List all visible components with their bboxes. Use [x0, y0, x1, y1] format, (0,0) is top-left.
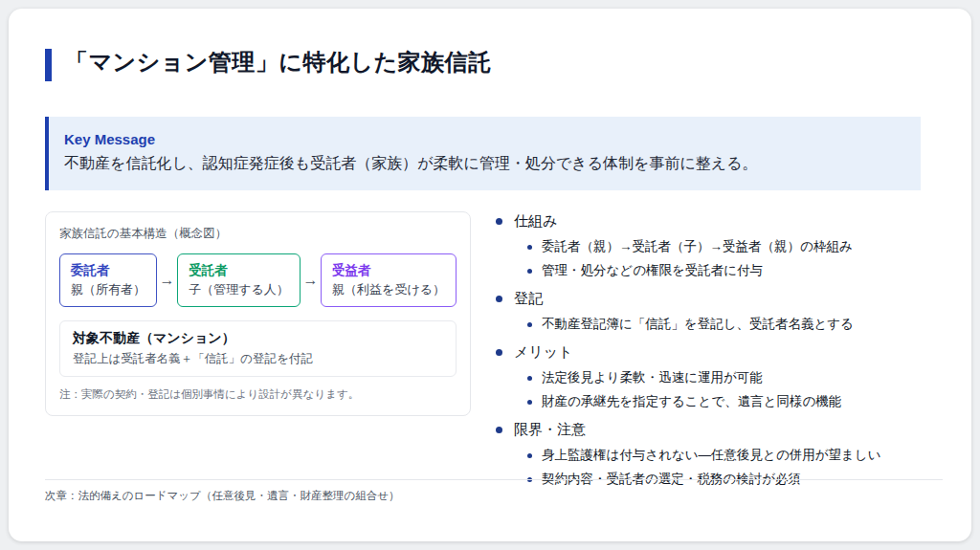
footer: 次章：法的備えのロードマップ（任意後見・遺言・財産整理の組合せ）	[45, 479, 943, 503]
bullet-icon	[527, 245, 532, 250]
key-message-body: 不動産を信託化し、認知症発症後も受託者（家族）が柔軟に管理・処分できる体制を事前…	[64, 154, 903, 174]
bullet-icon	[496, 349, 502, 356]
header: 「マンション管理」に特化した家族信託	[45, 47, 935, 81]
arrow-right-icon: →	[301, 272, 321, 289]
diagram-node-settlor: 委託者 親（所有者）	[59, 253, 157, 307]
node-title: 委託者	[71, 262, 145, 279]
footer-divider	[45, 479, 943, 480]
bullet-icon	[527, 453, 532, 458]
diagram-note: 注：実際の契約・登記は個別事情により設計が異なります。	[59, 387, 457, 402]
outline-subitem: 財産の承継先を指定することで、遺言と同様の機能	[527, 393, 935, 410]
bullet-icon	[527, 376, 532, 381]
outline-subitem: 委託者（親）→受託者（子）→受益者（親）の枠組み	[527, 238, 935, 255]
node-subtitle: 親（利益を受ける）	[332, 281, 445, 298]
outline-label: メリット	[514, 343, 572, 362]
outline-item-mechanism: 仕組み 委託者（親）→受託者（子）→受益者（親）の枠組み 管理・処分などの権限を…	[492, 212, 935, 279]
outline-subitem-text: 管理・処分などの権限を受託者に付与	[542, 262, 763, 279]
outline-subitem: 身上監護権は付与されない―任意後見との併用が望ましい	[527, 447, 935, 464]
bullet-icon	[527, 400, 532, 405]
key-message-box: Key Message 不動産を信託化し、認知症発症後も受託者（家族）が柔軟に管…	[45, 117, 921, 190]
diagram-node-trustee: 受託者 子（管理する人）	[177, 253, 301, 307]
diagram-caption: 家族信託の基本構造（概念図）	[59, 226, 457, 242]
bullet-icon	[496, 296, 502, 302]
outline-subitem-text: 法定後見より柔軟・迅速に運用が可能	[542, 369, 763, 386]
outline-label: 仕組み	[514, 212, 557, 231]
diagram-nodes: 委託者 親（所有者） → 受託者 子（管理する人） → 受益者 親（利益を受ける…	[59, 253, 457, 307]
outline-label: 登記	[514, 290, 543, 308]
outline-list: 仕組み 委託者（親）→受託者（子）→受益者（親）の枠組み 管理・処分などの権限を…	[492, 211, 935, 498]
arrow-right-icon: →	[157, 272, 177, 289]
outline-item-registration: 登記 不動産登記簿に「信託」を登記し、受託者名義とする	[492, 290, 935, 333]
outline-subitem-text: 不動産登記簿に「信託」を登記し、受託者名義とする	[542, 316, 854, 333]
bullet-icon	[527, 269, 532, 274]
outline-subitem: 法定後見より柔軟・迅速に運用が可能	[527, 369, 935, 386]
footer-text: 次章：法的備えのロードマップ（任意後見・遺言・財産整理の組合せ）	[45, 489, 943, 503]
asset-box: 対象不動産（マンション） 登記上は受託者名義＋「信託」の登記を付記	[59, 320, 457, 377]
outline-subitem: 管理・処分などの権限を受託者に付与	[527, 262, 935, 279]
title-accent-bar	[45, 49, 52, 81]
outline-label: 限界・注意	[514, 421, 586, 439]
asset-title: 対象不動産（マンション）	[73, 330, 443, 347]
bullet-icon	[527, 322, 532, 327]
key-message-label: Key Message	[64, 131, 903, 147]
slide-card: 「マンション管理」に特化した家族信託 Key Message 不動産を信託化し、…	[9, 9, 971, 541]
outline-subitem: 不動産登記簿に「信託」を登記し、受託者名義とする	[527, 316, 935, 333]
outline-item-merits: メリット 法定後見より柔軟・迅速に運用が可能 財産の承継先を指定することで、遺言…	[492, 343, 935, 410]
content-row: 家族信託の基本構造（概念図） 委託者 親（所有者） → 受託者 子（管理する人）…	[45, 211, 935, 498]
diagram-panel: 家族信託の基本構造（概念図） 委託者 親（所有者） → 受託者 子（管理する人）…	[45, 211, 471, 416]
node-subtitle: 子（管理する人）	[189, 281, 289, 298]
diagram-node-beneficiary: 受益者 親（利益を受ける）	[321, 253, 457, 307]
outline-subitem-text: 財産の承継先を指定することで、遺言と同様の機能	[542, 393, 841, 410]
node-title: 受益者	[332, 262, 445, 279]
node-subtitle: 親（所有者）	[71, 281, 145, 298]
asset-subtitle: 登記上は受託者名義＋「信託」の登記を付記	[73, 351, 443, 367]
bullet-icon	[496, 218, 502, 225]
outline-subitem-text: 委託者（親）→受託者（子）→受益者（親）の枠組み	[542, 238, 853, 255]
node-title: 受託者	[189, 262, 289, 279]
page-title: 「マンション管理」に特化した家族信託	[65, 47, 492, 77]
bullet-icon	[496, 427, 502, 433]
outline-subitem-text: 身上監護権は付与されない―任意後見との併用が望ましい	[542, 447, 880, 464]
outline-item-limitations: 限界・注意 身上監護権は付与されない―任意後見との併用が望ましい 契約内容・受託…	[492, 421, 935, 488]
